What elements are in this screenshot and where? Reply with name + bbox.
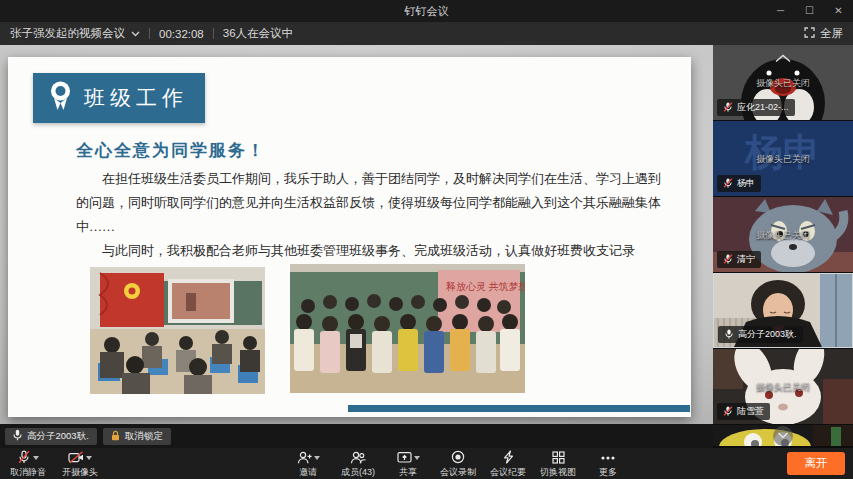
camera-off-text: 摄像头已关闭: [713, 77, 853, 90]
participant-name: 杨申: [737, 177, 755, 190]
maximize-button[interactable]: ☐: [795, 0, 824, 22]
camera-off-icon: [68, 451, 84, 466]
share-screen-icon: [397, 451, 412, 466]
fullscreen-toggle[interactable]: 全屏: [804, 26, 843, 41]
record-icon: [451, 450, 465, 466]
meeting-header: 张子强发起的视频会议 00:32:08 36人在会议中 全屏: [0, 22, 853, 45]
participant-name-pill: 杨申: [717, 175, 761, 192]
unlock-view-pill[interactable]: 取消锁定: [103, 428, 171, 445]
classroom-lecture-photo: [90, 267, 265, 394]
flash-notes-icon: [502, 450, 515, 466]
participant-name-pill: 清宁: [717, 251, 761, 268]
meeting-title[interactable]: 张子强发起的视频会议: [10, 26, 125, 41]
toolbar-center-group: 邀请 成员(43) 共享: [286, 450, 630, 479]
close-button[interactable]: ✕: [824, 0, 853, 22]
switch-view-button[interactable]: 切换视图: [536, 450, 580, 479]
invite-person-icon: [297, 451, 312, 466]
camera-on-button[interactable]: 开摄像头: [58, 450, 102, 479]
unmute-button[interactable]: 取消静音: [6, 450, 50, 479]
caret-down-icon[interactable]: [86, 456, 92, 460]
minutes-button[interactable]: 会议纪要: [486, 450, 530, 479]
scroll-down-chevron-icon[interactable]: [773, 426, 793, 446]
invite-button[interactable]: 邀请: [286, 450, 330, 479]
toolbar-button-label: 会议录制: [440, 466, 476, 479]
slide-title-badge: 班级工作: [33, 73, 205, 123]
participant-name-pill: 高分子2003耿.: [718, 326, 803, 343]
participant-tile-active-speaker[interactable]: 高分子2003耿.: [713, 273, 853, 348]
record-button[interactable]: 会议录制: [436, 450, 480, 479]
mic-muted-icon: [723, 178, 733, 190]
photo-screen-slogan: 释放心灵 共筑梦想: [446, 281, 525, 292]
participant-tile[interactable]: 杨申 摄像头已关闭 杨申: [713, 121, 853, 196]
fullscreen-icon: [804, 27, 815, 40]
toolbar-button-label: 开摄像头: [62, 466, 98, 479]
caret-down-icon[interactable]: [33, 456, 39, 460]
participant-count: 36人在会议中: [223, 26, 293, 41]
window-title: 钉钉会议: [0, 0, 853, 22]
slide-section-title: 班级工作: [84, 84, 188, 112]
slide-body-text: 在担任班级生活委员工作期间，我乐于助人，善于团结同学，及时解决同学们在生活、学习…: [76, 167, 668, 263]
mic-muted-icon: [17, 450, 31, 466]
participant-tile[interactable]: 摄像头已关闭 应化21-02-...: [713, 45, 853, 120]
divider: [213, 28, 214, 39]
grid-view-icon: [552, 451, 565, 466]
toolbar-button-label: 取消静音: [10, 466, 46, 479]
unlock-view-label: 取消锁定: [125, 430, 163, 443]
meeting-timer: 00:32:08: [159, 28, 204, 40]
participant-name: 应化21-02-...: [737, 101, 789, 114]
toolbar-button-label: 共享: [399, 466, 417, 479]
members-button[interactable]: 成员(43): [336, 450, 380, 479]
scroll-up-chevron-icon[interactable]: [774, 49, 792, 67]
participant-name: 陆雪萱: [737, 405, 764, 418]
participant-video-sidebar: 摄像头已关闭 应化21-02-... 杨申 摄像头已关闭 杨申: [713, 45, 853, 448]
camera-off-text: 摄像头已关闭: [713, 381, 853, 394]
mic-on-icon: [13, 429, 22, 443]
stage-bottom-strip: 高分子2003耿. 取消锁定: [0, 424, 713, 448]
lock-icon: [111, 430, 120, 443]
slide-paragraph: 与此同时，我积极配合老师与其他班委管理班级事务、完成班级活动，认真做好班费收支记…: [76, 239, 668, 263]
toolbar-button-label: 成员(43): [341, 466, 375, 479]
share-screen-button[interactable]: 共享: [386, 450, 430, 479]
members-icon: [350, 451, 366, 466]
participant-name-pill: 陆雪萱: [717, 403, 770, 420]
toolbar-button-label: 更多: [599, 466, 617, 479]
camera-off-text: 摄像头已关闭: [713, 153, 853, 166]
participant-tile[interactable]: 摄像头已关闭 清宁: [713, 197, 853, 272]
caret-down-icon[interactable]: [414, 456, 420, 460]
leave-meeting-button[interactable]: 离开: [787, 452, 845, 475]
mic-muted-icon: [723, 254, 733, 266]
slide-paragraph: 在担任班级生活委员工作期间，我乐于助人，善于团结同学，及时解决同学们在生活、学习…: [76, 167, 668, 239]
dingtalk-meeting-window: 钉钉会议 ─ ☐ ✕ 张子强发起的视频会议 00:32:08 36人在会议中 全…: [0, 0, 853, 479]
toolbar-button-label: 邀请: [299, 466, 317, 479]
meeting-toolbar: 取消静音 开摄像头 邀请: [0, 448, 853, 479]
more-ellipsis-icon: [600, 453, 616, 463]
camera-off-text: 摄像头已关闭: [713, 229, 853, 242]
active-speaker-pill[interactable]: 高分子2003耿.: [5, 428, 97, 445]
caret-down-icon[interactable]: [314, 456, 320, 460]
fullscreen-label: 全屏: [820, 26, 843, 41]
mic-muted-icon: [723, 406, 733, 418]
more-button[interactable]: 更多: [586, 450, 630, 479]
toolbar-left-group: 取消静音 开摄像头: [6, 450, 102, 479]
participant-name: 高分子2003耿.: [738, 328, 797, 341]
mic-muted-icon: [723, 102, 733, 114]
slide-accent-bar: [348, 405, 690, 412]
participant-name: 清宁: [737, 253, 755, 266]
divider: [149, 28, 150, 39]
active-speaker-name: 高分子2003耿.: [27, 430, 89, 443]
participant-tile-partial[interactable]: [713, 425, 853, 446]
toolbar-button-label: 切换视图: [540, 466, 576, 479]
participant-tile[interactable]: 摄像头已关闭 陆雪萱: [713, 349, 853, 424]
window-titlebar: 钉钉会议 ─ ☐ ✕: [0, 0, 853, 22]
presentation-slide: 班级工作 全心全意为同学服务！ 在担任班级生活委员工作期间，我乐于助人，善于团结…: [8, 57, 691, 417]
award-ribbon-icon: [47, 79, 74, 117]
class-group-photo: 释放心灵 共筑梦想: [290, 264, 525, 393]
minimize-button[interactable]: ─: [766, 0, 795, 22]
toolbar-button-label: 会议纪要: [490, 466, 526, 479]
slide-heading: 全心全意为同学服务！: [76, 139, 266, 162]
window-controls: ─ ☐ ✕: [766, 0, 853, 22]
mic-on-icon: [724, 329, 734, 341]
chevron-down-icon[interactable]: [131, 31, 140, 37]
shared-screen-stage: 班级工作 全心全意为同学服务！ 在担任班级生活委员工作期间，我乐于助人，善于团结…: [0, 45, 713, 424]
participant-name-pill: 应化21-02-...: [717, 99, 795, 116]
